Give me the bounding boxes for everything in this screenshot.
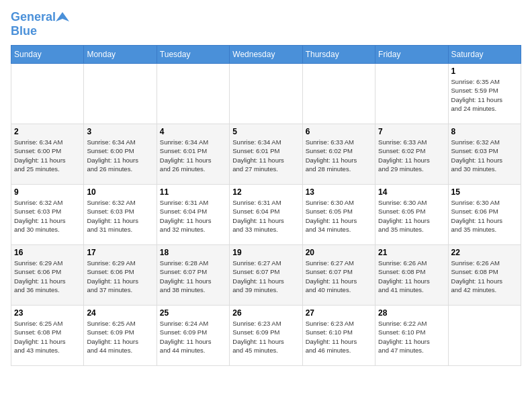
logo-bird-icon [56,11,69,24]
calendar-day-cell [302,64,375,124]
day-number: 9 [14,187,81,197]
calendar-day-cell: 13Sunrise: 6:30 AM Sunset: 6:05 PM Dayli… [302,185,375,245]
day-info-text: Sunrise: 6:34 AM Sunset: 6:00 PM Dayligh… [14,138,81,173]
calendar-day-cell: 11Sunrise: 6:31 AM Sunset: 6:04 PM Dayli… [157,185,229,245]
day-number: 8 [451,127,518,136]
day-number: 19 [232,248,299,257]
day-number: 3 [87,127,153,136]
day-number: 1 [451,66,518,76]
day-number: 5 [232,127,299,136]
day-number: 2 [14,127,81,136]
calendar-day-cell: 12Sunrise: 6:31 AM Sunset: 6:04 PM Dayli… [230,185,302,245]
calendar-day-cell: 4Sunrise: 6:34 AM Sunset: 6:01 PM Daylig… [157,124,229,185]
logo-blue: Blue [11,24,37,38]
day-info-text: Sunrise: 6:33 AM Sunset: 6:02 PM Dayligh… [306,138,372,173]
day-number: 20 [306,248,372,257]
day-number: 21 [378,248,445,257]
day-of-week-header: Tuesday [157,46,229,64]
day-info-text: Sunrise: 6:26 AM Sunset: 6:08 PM Dayligh… [451,259,518,294]
calendar-day-cell: 1Sunrise: 6:35 AM Sunset: 5:59 PM Daylig… [448,64,521,124]
day-info-text: Sunrise: 6:33 AM Sunset: 6:02 PM Dayligh… [378,138,445,173]
calendar-day-cell [448,306,521,366]
calendar-day-cell: 7Sunrise: 6:33 AM Sunset: 6:02 PM Daylig… [375,124,448,185]
calendar-day-cell [157,64,229,124]
day-number: 16 [14,248,81,257]
day-info-text: Sunrise: 6:25 AM Sunset: 6:08 PM Dayligh… [14,319,81,355]
day-info-text: Sunrise: 6:31 AM Sunset: 6:04 PM Dayligh… [160,198,226,234]
calendar-week-row: 16Sunrise: 6:29 AM Sunset: 6:06 PM Dayli… [11,245,521,306]
day-of-week-header: Friday [375,46,448,64]
calendar-day-cell: 26Sunrise: 6:23 AM Sunset: 6:09 PM Dayli… [230,306,302,366]
day-info-text: Sunrise: 6:29 AM Sunset: 6:06 PM Dayligh… [87,259,153,294]
day-info-text: Sunrise: 6:23 AM Sunset: 6:10 PM Dayligh… [306,319,372,355]
day-info-text: Sunrise: 6:27 AM Sunset: 6:07 PM Dayligh… [306,259,372,294]
day-info-text: Sunrise: 6:31 AM Sunset: 6:04 PM Dayligh… [232,198,299,234]
day-number: 13 [306,187,372,197]
day-of-week-header: Saturday [448,46,521,64]
day-info-text: Sunrise: 6:29 AM Sunset: 6:06 PM Dayligh… [14,259,81,294]
calendar-day-cell: 19Sunrise: 6:27 AM Sunset: 6:07 PM Dayli… [230,245,302,306]
calendar-day-cell [230,64,302,124]
day-info-text: Sunrise: 6:25 AM Sunset: 6:09 PM Dayligh… [87,319,153,355]
day-number: 25 [160,308,226,318]
svg-marker-0 [56,12,69,21]
calendar-week-row: 2Sunrise: 6:34 AM Sunset: 6:00 PM Daylig… [11,124,521,185]
day-info-text: Sunrise: 6:35 AM Sunset: 5:59 PM Dayligh… [451,77,518,113]
calendar-day-cell: 17Sunrise: 6:29 AM Sunset: 6:06 PM Dayli… [84,245,157,306]
calendar-day-cell: 22Sunrise: 6:26 AM Sunset: 6:08 PM Dayli… [448,245,521,306]
page-header: General Blue [11,11,521,38]
calendar-day-cell [84,64,157,124]
calendar-day-cell: 15Sunrise: 6:30 AM Sunset: 6:06 PM Dayli… [448,185,521,245]
day-info-text: Sunrise: 6:23 AM Sunset: 6:09 PM Dayligh… [232,319,299,355]
calendar-header-row: SundayMondayTuesdayWednesdayThursdayFrid… [11,46,521,64]
calendar-week-row: 9Sunrise: 6:32 AM Sunset: 6:03 PM Daylig… [11,185,521,245]
day-number: 12 [232,187,299,197]
day-info-text: Sunrise: 6:24 AM Sunset: 6:09 PM Dayligh… [160,319,226,355]
day-info-text: Sunrise: 6:30 AM Sunset: 6:06 PM Dayligh… [451,198,518,234]
day-info-text: Sunrise: 6:32 AM Sunset: 6:03 PM Dayligh… [87,198,153,234]
day-info-text: Sunrise: 6:34 AM Sunset: 6:01 PM Dayligh… [160,138,226,173]
day-info-text: Sunrise: 6:34 AM Sunset: 6:00 PM Dayligh… [87,138,153,173]
calendar-day-cell [11,64,84,124]
day-number: 24 [87,308,153,318]
day-info-text: Sunrise: 6:26 AM Sunset: 6:08 PM Dayligh… [378,259,445,294]
day-of-week-header: Monday [84,46,157,64]
day-number: 10 [87,187,153,197]
day-of-week-header: Wednesday [230,46,302,64]
day-info-text: Sunrise: 6:32 AM Sunset: 6:03 PM Dayligh… [14,198,81,234]
calendar-day-cell: 3Sunrise: 6:34 AM Sunset: 6:00 PM Daylig… [84,124,157,185]
calendar-day-cell: 2Sunrise: 6:34 AM Sunset: 6:00 PM Daylig… [11,124,84,185]
calendar-day-cell: 10Sunrise: 6:32 AM Sunset: 6:03 PM Dayli… [84,185,157,245]
day-info-text: Sunrise: 6:27 AM Sunset: 6:07 PM Dayligh… [232,259,299,294]
calendar-week-row: 1Sunrise: 6:35 AM Sunset: 5:59 PM Daylig… [11,64,521,124]
day-number: 11 [160,187,226,197]
day-number: 7 [378,127,445,136]
calendar-day-cell: 25Sunrise: 6:24 AM Sunset: 6:09 PM Dayli… [157,306,229,366]
calendar-day-cell: 27Sunrise: 6:23 AM Sunset: 6:10 PM Dayli… [302,306,375,366]
calendar-day-cell: 14Sunrise: 6:30 AM Sunset: 6:05 PM Dayli… [375,185,448,245]
day-number: 17 [87,248,153,257]
calendar-day-cell: 16Sunrise: 6:29 AM Sunset: 6:06 PM Dayli… [11,245,84,306]
calendar-day-cell: 21Sunrise: 6:26 AM Sunset: 6:08 PM Dayli… [375,245,448,306]
day-info-text: Sunrise: 6:30 AM Sunset: 6:05 PM Dayligh… [378,198,445,234]
day-number: 18 [160,248,226,257]
day-number: 27 [306,308,372,318]
logo: General Blue [11,11,69,38]
calendar-day-cell: 6Sunrise: 6:33 AM Sunset: 6:02 PM Daylig… [302,124,375,185]
calendar-day-cell: 8Sunrise: 6:32 AM Sunset: 6:03 PM Daylig… [448,124,521,185]
day-info-text: Sunrise: 6:30 AM Sunset: 6:05 PM Dayligh… [306,198,372,234]
calendar-week-row: 23Sunrise: 6:25 AM Sunset: 6:08 PM Dayli… [11,306,521,366]
calendar-day-cell [375,64,448,124]
logo-text: General [11,11,56,24]
calendar-day-cell: 18Sunrise: 6:28 AM Sunset: 6:07 PM Dayli… [157,245,229,306]
logo-general: General [11,10,56,24]
day-of-week-header: Sunday [11,46,84,64]
day-info-text: Sunrise: 6:22 AM Sunset: 6:10 PM Dayligh… [378,319,445,355]
calendar-day-cell: 5Sunrise: 6:34 AM Sunset: 6:01 PM Daylig… [230,124,302,185]
calendar-day-cell: 28Sunrise: 6:22 AM Sunset: 6:10 PM Dayli… [375,306,448,366]
day-number: 22 [451,248,518,257]
day-number: 6 [306,127,372,136]
calendar-day-cell: 24Sunrise: 6:25 AM Sunset: 6:09 PM Dayli… [84,306,157,366]
day-number: 14 [378,187,445,197]
day-number: 28 [378,308,445,318]
